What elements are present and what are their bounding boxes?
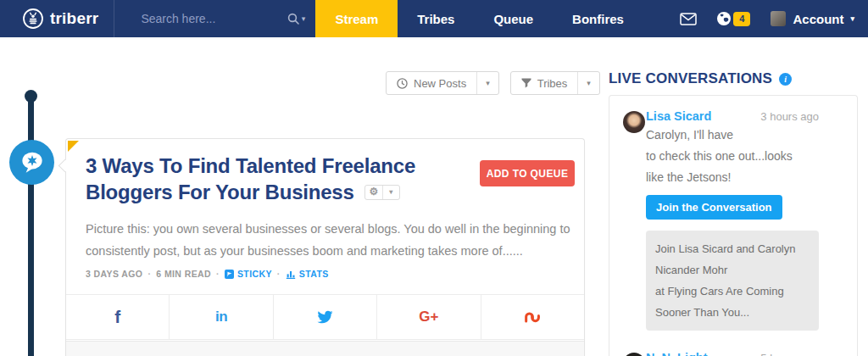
sticky-corner-marker [68,141,79,152]
conversation-message: Carolyn, I'll have to check this one out… [646,125,843,188]
post-excerpt-line2: consistently post, but as your businesse… [86,240,570,262]
stats-link[interactable]: STATS [286,269,329,279]
account-label: Account [793,12,843,26]
stream-timeline-cap [25,90,37,103]
conversation-user-name[interactable]: N. N. Light [646,351,708,356]
sticky-label: STICKY [237,269,272,279]
conversation-quote[interactable]: Join Lisa Sicard and Carolyn Nicander Mo… [646,231,819,331]
stream-timeline-line [28,95,34,356]
speech-bubble-star-icon [19,149,46,175]
quote-line: Nicander Mohr [655,259,810,281]
search-input[interactable] [114,12,259,25]
tribes-filter: Tribes ▾ [510,71,600,95]
sticky-link[interactable]: STICKY [225,269,272,279]
conversation-item: Lisa Sicard 3 hours ago Carolyn, I'll ha… [623,109,843,331]
post-options-group: ⚙ ▾ [364,185,400,200]
funnel-icon [521,78,531,88]
google-plus-icon: G+ [419,309,438,325]
linkedin-icon: in [215,309,227,325]
post-options-caret[interactable]: ▾ [382,186,399,199]
live-conversations-heading: LIVE CONVERSATIONS i [609,70,792,87]
facebook-icon: f [114,307,120,327]
stats-label: STATS [299,269,329,279]
new-posts-button[interactable]: New Posts [387,72,476,94]
message-line: like the Jetsons! [646,167,843,188]
stumbleupon-icon [523,310,542,324]
top-navbar: triberr ▾ Stream Tribes Queue Bonfires [0,0,868,37]
conversation-user-name[interactable]: Lisa Sicard [646,109,711,123]
globe-icon [717,12,731,25]
card-timeline-notch [58,159,72,173]
clock-icon [397,78,408,89]
notifications-button[interactable]: 4 [717,12,750,26]
post-age: 3 DAYS AGO [86,269,142,279]
post-title[interactable]: 3 Ways To Find Talented Freelance Blogge… [86,153,415,205]
tab-tribes[interactable]: Tribes [398,0,474,37]
account-avatar [771,11,786,26]
share-twitter-button[interactable] [274,295,377,339]
stream-filters: New Posts ▾ Tribes ▾ [386,71,600,95]
user-avatar[interactable] [623,353,645,356]
live-conversations-panel: Lisa Sicard 3 hours ago Carolyn, I'll ha… [609,95,858,356]
tab-stream[interactable]: Stream [315,0,398,37]
tab-queue[interactable]: Queue [474,0,553,37]
user-avatar[interactable] [623,111,645,133]
conversation-timestamp: 3 hours ago [760,110,819,123]
tribes-filter-button[interactable]: Tribes [511,72,578,94]
message-line: to check this one out...looks [646,146,843,167]
triberr-app: triberr ▾ Stream Tribes Queue Bonfires [0,0,868,356]
post-title-line2: Bloggers For Your Business [86,179,354,205]
tab-bonfires[interactable]: Bonfires [553,0,643,37]
new-posts-label: New Posts [414,77,466,90]
post-comment-area [66,341,584,356]
quote-line: at Flying Cars Are Coming [655,281,810,302]
search-box: ▾ [114,0,315,37]
add-to-queue-button[interactable]: ADD TO QUEUE [480,160,575,186]
tribes-dropdown-caret[interactable]: ▾ [577,72,599,94]
search-caret-icon: ▾ [302,15,306,23]
meta-separator [272,269,286,279]
brand-logo[interactable]: triberr [0,0,114,37]
search-icon [287,13,299,25]
share-bar: f in G+ [66,294,584,340]
share-linkedin-button[interactable]: in [170,295,273,339]
brand-name: triberr [50,9,98,28]
twitter-icon [316,309,334,325]
envelope-icon [680,13,697,25]
share-googleplus-button[interactable]: G+ [377,295,481,339]
post-meta: 3 DAYS AGO 6 MIN READ STICKY STATS [86,269,329,279]
post-title-line1: 3 Ways To Find Talented Freelance [86,153,415,179]
messages-button[interactable] [680,13,697,25]
triberr-bee-icon [22,8,44,30]
new-posts-dropdown-caret[interactable]: ▾ [476,72,498,94]
quote-line: Sooner Than You... [655,302,810,323]
notification-count-badge: 4 [733,12,750,26]
message-line: Carolyn, I'll have [646,125,843,146]
share-stumbleupon-button[interactable] [481,295,584,339]
sticky-icon [225,270,234,279]
join-conversation-button[interactable]: Join the Conversation [646,195,782,220]
new-posts-filter: New Posts ▾ [386,71,499,95]
navbar-right: 4 Account ▾ [680,0,868,37]
post-excerpt: Picture this: you own several businesses… [86,218,570,262]
conversation-timestamp: 5 hours ago [760,352,819,356]
live-conversations-title: LIVE CONVERSATIONS [609,70,772,87]
meta-separator [211,269,225,279]
account-caret-icon: ▾ [850,15,854,23]
primary-nav: Stream Tribes Queue Bonfires [315,0,643,37]
post-read-time: 6 MIN READ [156,269,211,279]
tribes-filter-label: Tribes [537,77,568,90]
post-settings-button[interactable]: ⚙ [365,186,382,199]
quote-line: Join Lisa Sicard and Carolyn [655,238,810,259]
post-card: 3 Ways To Find Talented Freelance Blogge… [65,138,585,356]
account-menu[interactable]: Account ▾ [771,11,854,26]
bar-chart-icon [286,270,296,279]
post-excerpt-line1: Picture this: you own several businesses… [86,218,570,240]
stream-timeline-badge [9,140,54,185]
meta-separator [142,269,156,279]
search-controls[interactable]: ▾ [287,13,306,25]
info-icon[interactable]: i [779,73,792,86]
share-facebook-button[interactable]: f [66,295,170,339]
conversation-item: N. N. Light 5 hours ago Thanks so much f… [623,351,843,356]
